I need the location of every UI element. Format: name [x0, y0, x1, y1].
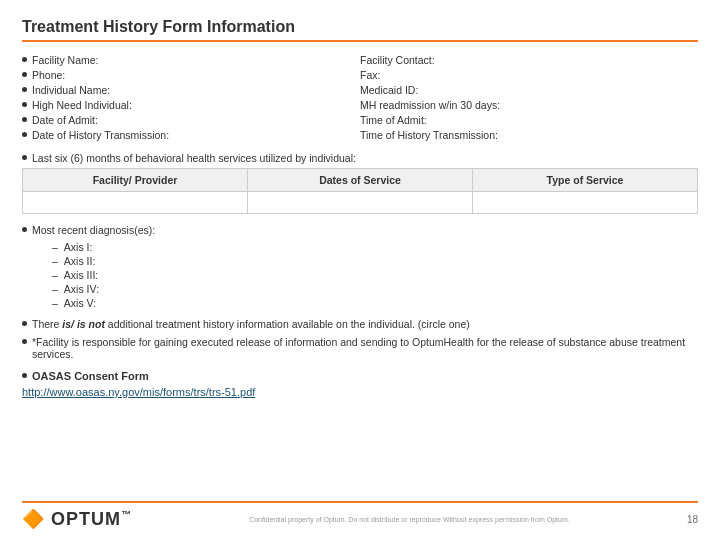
list-item: Facility Name:: [22, 52, 360, 67]
oasas-label-row: OASAS Consent Form: [22, 370, 698, 382]
diagnosis-section: Most recent diagnosis(es): –Axis I: –Axi…: [22, 224, 698, 310]
bullet-icon: [22, 339, 27, 344]
axis-i: –Axis I:: [52, 240, 698, 254]
bullet-icon: [22, 373, 27, 378]
table-row-empty: [22, 192, 698, 214]
axis-v: –Axis V:: [52, 296, 698, 310]
last-six-label: Last six (6) months of behavioral health…: [32, 152, 356, 164]
logo-icon: 🔶: [22, 509, 45, 529]
is-is-not: is/ is not: [62, 318, 105, 330]
bullet-icon: [22, 155, 27, 160]
bullet-icon: [22, 87, 27, 92]
axis-ii: –Axis II:: [52, 254, 698, 268]
dash-icon: –: [52, 255, 58, 267]
last-six-section: Last six (6) months of behavioral health…: [22, 152, 698, 164]
title-bar: Treatment History Form Information: [22, 18, 698, 42]
bullet-icon: [22, 321, 27, 326]
bullet-icon: [22, 102, 27, 107]
there-is-section: There is/ is not additional treatment hi…: [22, 318, 698, 330]
dash-icon: –: [52, 241, 58, 253]
list-item: Facility Contact:: [360, 52, 698, 67]
page-title: Treatment History Form Information: [22, 18, 698, 36]
facility-note: *Facility is responsible for gaining exe…: [32, 336, 698, 360]
bottom-bar: 🔶 OPTUM™ Confidential property of Optum.…: [22, 501, 698, 530]
dash-icon: –: [52, 269, 58, 281]
list-item: Date of History Transmission:: [22, 127, 360, 142]
dash-icon: –: [52, 283, 58, 295]
dash-icon: –: [52, 297, 58, 309]
right-list: Facility Contact: Fax: Medicaid ID: MH r…: [360, 52, 698, 142]
list-item: MH readmission w/in 30 days:: [360, 97, 698, 112]
oasas-link[interactable]: http://www.oasas.ny.gov/mis/forms/trs/tr…: [22, 386, 255, 398]
cell-dates: [248, 192, 473, 213]
bullet-icon: [22, 227, 27, 232]
axis-iii: –Axis III:: [52, 268, 698, 282]
diagnosis-list: –Axis I: –Axis II: –Axis III: –Axis IV: …: [22, 240, 698, 310]
axis-iv: –Axis IV:: [52, 282, 698, 296]
facility-note-section: *Facility is responsible for gaining exe…: [22, 336, 698, 360]
list-item: Time of History Transmission:: [360, 127, 698, 142]
service-table: Facility/ Provider Dates of Service Type…: [22, 168, 698, 214]
diagnosis-label: Most recent diagnosis(es):: [32, 224, 155, 236]
cell-facility: [23, 192, 248, 213]
table-header: Facility/ Provider Dates of Service Type…: [22, 168, 698, 192]
cell-type: [473, 192, 697, 213]
oasas-title: OASAS Consent Form: [32, 370, 149, 382]
col-facility: Facility/ Provider: [23, 169, 248, 191]
bullet-icon: [22, 117, 27, 122]
bullet-icon: [22, 132, 27, 137]
bullet-icon: [22, 72, 27, 77]
info-lists: Facility Name: Phone: Individual Name: H…: [22, 52, 698, 142]
bullet-icon: [22, 57, 27, 62]
col-dates: Dates of Service: [248, 169, 473, 191]
page-container: Treatment History Form Information Facil…: [0, 0, 720, 540]
confidential-text: Confidential property of Optum. Do not d…: [132, 516, 687, 523]
optum-logo: 🔶 OPTUM™: [22, 508, 132, 530]
col-type: Type of Service: [473, 169, 697, 191]
list-item: Date of Admit:: [22, 112, 360, 127]
list-item: Individual Name:: [22, 82, 360, 97]
left-list: Facility Name: Phone: Individual Name: H…: [22, 52, 360, 142]
diagnosis-label-row: Most recent diagnosis(es):: [22, 224, 698, 236]
list-item: Medicaid ID:: [360, 82, 698, 97]
oasas-section: OASAS Consent Form http://www.oasas.ny.g…: [22, 370, 698, 398]
there-is-text: There is/ is not additional treatment hi…: [32, 318, 470, 330]
page-number: 18: [687, 514, 698, 525]
list-item: High Need Individual:: [22, 97, 360, 112]
list-item: Phone:: [22, 67, 360, 82]
list-item: Fax:: [360, 67, 698, 82]
list-item: Time of Admit:: [360, 112, 698, 127]
